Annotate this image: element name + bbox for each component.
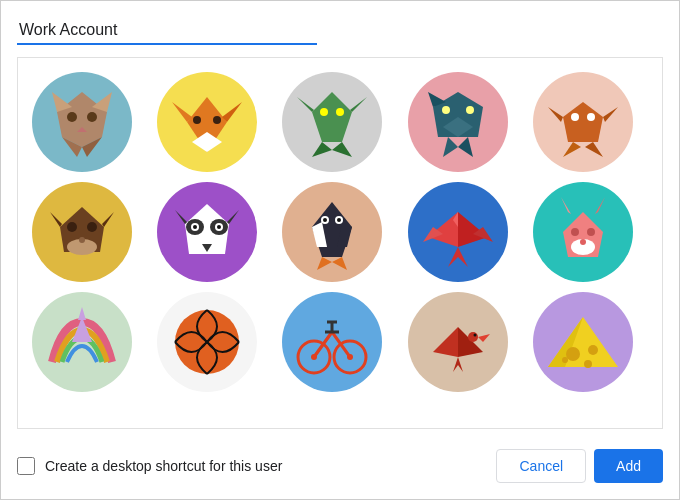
svg-point-50 — [217, 225, 221, 229]
svg-marker-68 — [561, 197, 571, 214]
svg-marker-28 — [563, 102, 603, 142]
svg-marker-88 — [458, 327, 483, 357]
svg-marker-32 — [585, 142, 603, 157]
svg-point-33 — [571, 113, 579, 121]
svg-point-34 — [587, 113, 595, 121]
avatar-penguin[interactable] — [282, 182, 382, 282]
svg-marker-87 — [433, 327, 458, 357]
add-button[interactable]: Add — [594, 449, 663, 483]
svg-marker-36 — [50, 212, 62, 227]
avatar-cat[interactable] — [32, 72, 132, 172]
svg-marker-16 — [350, 97, 367, 112]
svg-point-96 — [588, 345, 598, 355]
svg-marker-69 — [595, 197, 605, 214]
svg-point-40 — [87, 222, 97, 232]
cancel-button[interactable]: Cancel — [496, 449, 586, 483]
svg-marker-17 — [312, 142, 332, 157]
avatar-bird2[interactable] — [408, 292, 508, 392]
svg-marker-10 — [222, 102, 242, 122]
svg-point-26 — [442, 106, 450, 114]
svg-point-73 — [580, 239, 586, 245]
avatar-basketball[interactable] — [157, 292, 257, 392]
shortcut-text: Create a desktop shortcut for this user — [45, 458, 282, 474]
svg-point-71 — [571, 228, 579, 236]
svg-marker-75 — [78, 307, 86, 320]
action-buttons: Cancel Add — [496, 449, 663, 483]
avatar-fox[interactable] — [157, 72, 257, 172]
avatar-monkey[interactable] — [32, 182, 132, 282]
svg-point-72 — [587, 228, 595, 236]
svg-point-98 — [562, 357, 568, 363]
svg-point-19 — [320, 108, 328, 116]
avatar-bird1[interactable] — [408, 182, 508, 282]
svg-marker-24 — [458, 137, 473, 157]
svg-point-39 — [67, 222, 77, 232]
avatar-cheese[interactable] — [533, 292, 633, 392]
svg-marker-9 — [172, 102, 192, 122]
svg-marker-63 — [448, 247, 468, 267]
svg-marker-56 — [332, 257, 347, 270]
svg-point-6 — [87, 112, 97, 122]
svg-point-97 — [584, 360, 592, 368]
svg-point-12 — [193, 116, 201, 124]
bottom-bar: Create a desktop shortcut for this user … — [17, 441, 663, 483]
svg-marker-18 — [332, 142, 352, 157]
svg-point-20 — [336, 108, 344, 116]
svg-point-92 — [473, 334, 476, 337]
avatar-unicorn[interactable] — [32, 292, 132, 392]
svg-point-27 — [466, 106, 474, 114]
name-input-wrapper — [17, 17, 663, 45]
shortcut-checkbox[interactable] — [17, 457, 35, 475]
svg-point-90 — [468, 332, 478, 342]
svg-marker-29 — [548, 107, 563, 122]
svg-marker-31 — [563, 142, 581, 157]
dialog: Create a desktop shortcut for this user … — [1, 1, 679, 499]
svg-point-13 — [213, 116, 221, 124]
svg-marker-55 — [317, 257, 332, 270]
svg-point-41 — [79, 237, 85, 243]
svg-point-95 — [566, 347, 580, 361]
svg-marker-91 — [478, 334, 490, 342]
svg-marker-15 — [297, 97, 314, 112]
svg-marker-89 — [453, 357, 463, 372]
svg-marker-43 — [175, 210, 187, 224]
shortcut-label[interactable]: Create a desktop shortcut for this user — [17, 457, 282, 475]
avatar-grid-container[interactable] — [17, 57, 663, 429]
svg-marker-30 — [603, 107, 618, 122]
account-name-input[interactable] — [17, 17, 317, 45]
avatar-grid — [18, 58, 662, 406]
svg-marker-14 — [312, 92, 352, 142]
avatar-panda[interactable] — [157, 182, 257, 282]
svg-point-49 — [193, 225, 197, 229]
svg-point-59 — [323, 218, 327, 222]
avatar-rabbit[interactable] — [533, 182, 633, 282]
svg-marker-37 — [102, 212, 114, 227]
avatar-elephant[interactable] — [408, 72, 508, 172]
svg-marker-23 — [443, 137, 458, 157]
svg-point-60 — [337, 218, 341, 222]
svg-point-5 — [67, 112, 77, 122]
avatar-bicycle[interactable] — [282, 292, 382, 392]
avatar-dragon[interactable] — [282, 72, 382, 172]
svg-marker-44 — [227, 210, 239, 224]
avatar-crab[interactable] — [533, 72, 633, 172]
